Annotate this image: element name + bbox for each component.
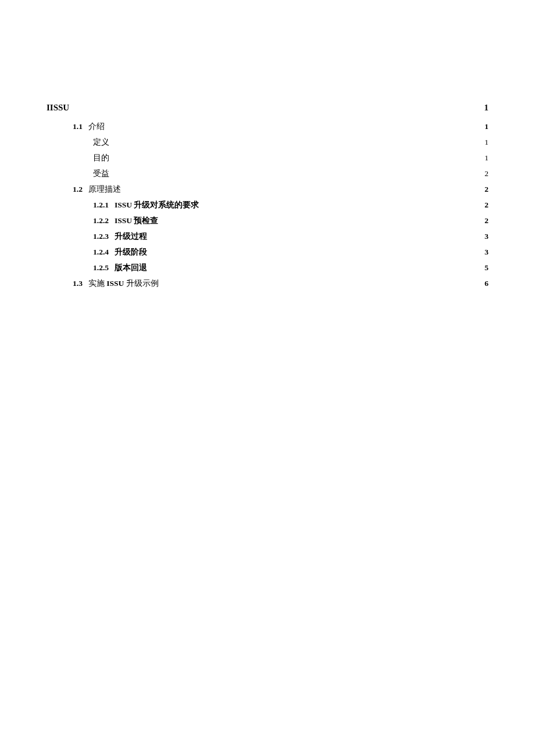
toc-entry: 1.1介绍1 (47, 119, 488, 134)
toc-entry-number: 1.2.1 (93, 197, 109, 213)
toc-entry-page: 1 (484, 134, 488, 150)
toc-entry-page: 2 (484, 213, 488, 228)
toc-entry-title: 升级过程 (115, 228, 147, 244)
toc-entry: 1.2.3升级过程3 (47, 228, 488, 244)
toc-entry-title: ISSU 预检查 (115, 213, 158, 228)
toc-title-text: IISSU (47, 99, 69, 116)
toc-entry-page: 5 (484, 260, 488, 275)
document-page: IISSU 1 1.1介绍1定义1目的1受益21.2原理描述21.2.1ISSU… (0, 0, 535, 756)
toc-entry-title: 升级阶段 (115, 244, 147, 260)
toc-entry-page: 6 (484, 275, 488, 291)
toc-entry-page: 1 (484, 119, 488, 134)
toc-entry-title: 定义 (93, 134, 109, 150)
toc-entry-title: 目的 (93, 150, 109, 166)
toc-entry: 目的1 (47, 150, 488, 166)
toc-entry-number: 1.2 (73, 181, 83, 197)
toc-title-row: IISSU 1 (47, 99, 488, 116)
toc-entry-page: 1 (484, 150, 488, 166)
toc-entry-number: 1.2.5 (93, 260, 109, 275)
toc-entry: 受益2 (47, 166, 488, 181)
toc-entry: 1.2.5版本回退5 (47, 260, 488, 275)
toc-entry-number: 1.2.2 (93, 213, 109, 228)
toc-entry: 1.2.2ISSU 预检查2 (47, 213, 488, 228)
toc-entry-title: 原理描述 (88, 181, 121, 197)
toc-entry-page: 2 (484, 166, 488, 181)
toc-entry-number: 1.3 (73, 275, 83, 291)
toc-entry-page: 2 (484, 197, 488, 213)
toc-entry-page: 3 (484, 244, 488, 260)
toc-entry-page: 3 (484, 228, 488, 244)
toc-body: 1.1介绍1定义1目的1受益21.2原理描述21.2.1ISSU 升级对系统的要… (47, 119, 488, 291)
toc-entry: 1.2原理描述2 (47, 181, 488, 197)
toc-entry-title: ISSU 升级对系统的要求 (115, 197, 199, 213)
toc-entry: 1.2.4升级阶段3 (47, 244, 488, 260)
toc-entry-page: 2 (484, 181, 488, 197)
toc-entry: 1.2.1ISSU 升级对系统的要求2 (47, 197, 488, 213)
toc-entry: 1.3实施 ISSU 升级示例6 (47, 275, 488, 291)
toc-entry-number: 1.1 (73, 119, 83, 134)
toc-entry-title: 介绍 (88, 119, 105, 134)
toc-title-page: 1 (484, 99, 489, 116)
toc-entry-number: 1.2.4 (93, 244, 109, 260)
toc-entry-title: 受益 (93, 166, 109, 181)
toc-entry: 定义1 (47, 134, 488, 150)
toc-entry-title: 版本回退 (115, 260, 147, 275)
toc-entry-number: 1.2.3 (93, 228, 109, 244)
toc-entry-title: 实施 ISSU 升级示例 (88, 275, 159, 291)
